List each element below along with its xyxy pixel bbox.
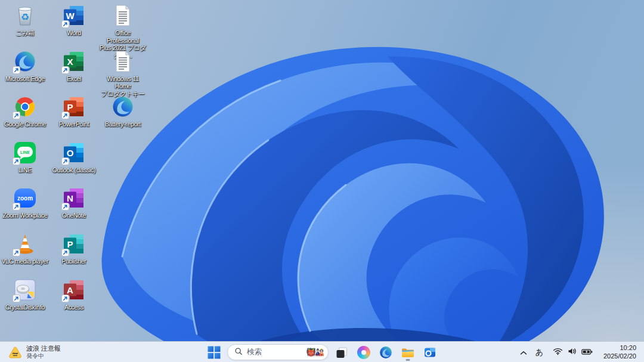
svg-text:P: P bbox=[67, 239, 73, 249]
outlook-icon bbox=[423, 345, 437, 360]
vlc-icon bbox=[13, 232, 37, 256]
clock-time: 10:20 bbox=[620, 344, 636, 352]
shortcut-arrow-icon bbox=[13, 66, 20, 74]
search-highlights-icon[interactable]: 👹🎎 bbox=[306, 348, 323, 356]
desktop-icon-google-chrome[interactable]: Google Chrome bbox=[1, 95, 49, 128]
svg-text:O: O bbox=[67, 147, 74, 157]
desktop-icon-label: Microsoft Edge bbox=[5, 75, 45, 83]
desktop-icon-battery-report[interactable]: Battery-report bbox=[98, 95, 147, 128]
desktop-icon-label: Battery-report bbox=[105, 120, 141, 128]
desktop-icon-label: Excel bbox=[67, 75, 81, 83]
desktop-icon-label: LINE bbox=[18, 166, 32, 174]
desktop-icon-label: OneNote bbox=[62, 212, 86, 219]
desktop-icon-label: PowerPoint bbox=[59, 120, 89, 128]
desktop-icon-zoom-workplace[interactable]: zoomZoom Workplace bbox=[1, 186, 49, 219]
outlook-button[interactable] bbox=[421, 344, 439, 361]
ime-mode-button[interactable]: あ bbox=[532, 344, 546, 361]
shortcut-arrow-icon bbox=[13, 157, 20, 165]
quick-settings-button[interactable] bbox=[549, 344, 597, 361]
desktop-icon-item[interactable]: ♻ごみ箱 bbox=[1, 4, 49, 37]
desktop-icon-line[interactable]: LINELINE bbox=[1, 141, 49, 174]
shortcut-arrow-icon bbox=[13, 203, 20, 211]
desktop-icon-crystaldiskinfo[interactable]: CrystalDiskInfo bbox=[1, 278, 49, 311]
task-view-button[interactable] bbox=[333, 344, 351, 361]
search-placeholder: 検索 bbox=[247, 347, 302, 357]
system-tray: あ 10:20 2025/02/20 bbox=[517, 342, 640, 362]
windows-logo-icon bbox=[207, 345, 221, 360]
taskbar: 波浪 注意報 発令中 検索 👹🎎 bbox=[0, 341, 644, 362]
desktop-icon-excel[interactable]: XExcel bbox=[49, 49, 98, 83]
access-icon: A bbox=[62, 278, 86, 302]
desktop-icon-label: Access bbox=[64, 304, 83, 311]
desktop-icon-outlook-classic[interactable]: OOutlook (classic) bbox=[49, 141, 98, 174]
zoom-icon: zoom bbox=[13, 186, 37, 210]
desktop-icon-word[interactable]: WWord bbox=[49, 4, 98, 37]
shortcut-arrow-icon bbox=[61, 157, 69, 165]
desktop-icon-microsoft-edge[interactable]: Microsoft Edge bbox=[1, 49, 49, 83]
volume-icon bbox=[567, 347, 577, 358]
shortcut-arrow-icon bbox=[13, 295, 20, 302]
desktop-icon-label: Word bbox=[67, 29, 81, 37]
svg-text:LINE: LINE bbox=[20, 150, 30, 154]
widgets-button[interactable]: 波浪 注意報 発令中 bbox=[5, 342, 64, 362]
desktop-icon-access[interactable]: AAccess bbox=[49, 278, 98, 311]
excel-icon: X bbox=[62, 49, 86, 73]
start-button[interactable] bbox=[205, 344, 223, 361]
battery-charging-icon bbox=[581, 347, 593, 358]
desktop-icon-windows-11-home[interactable]: Windows 11 Home プロダクトキー bbox=[98, 49, 147, 98]
wifi-icon bbox=[553, 347, 563, 358]
clock[interactable]: 10:20 2025/02/20 bbox=[599, 344, 640, 361]
svg-text:X: X bbox=[67, 56, 73, 66]
widget-alert-title: 波浪 注意報 bbox=[26, 345, 61, 352]
desktop-icon-label: Windows 11 Home プロダクトキー bbox=[98, 75, 147, 98]
svg-text:A: A bbox=[67, 284, 73, 295]
hidden-icons-button[interactable] bbox=[517, 344, 530, 361]
weather-warning-icon bbox=[8, 346, 22, 358]
doc-icon bbox=[111, 4, 135, 27]
chevron-up-icon bbox=[520, 347, 527, 358]
svg-text:♻: ♻ bbox=[21, 11, 29, 23]
desktop-icon-onenote[interactable]: NOneNote bbox=[49, 186, 98, 219]
doc-icon bbox=[111, 49, 135, 73]
shortcut-arrow-icon bbox=[61, 66, 69, 74]
chrome-icon bbox=[13, 95, 37, 119]
desktop-icon-vlc-media-player[interactable]: VLC media player bbox=[1, 232, 49, 265]
desktop-icon-publisher[interactable]: PPublisher bbox=[49, 232, 98, 265]
widget-alert-status: 発令中 bbox=[26, 352, 61, 360]
edge-icon bbox=[379, 345, 393, 360]
search-icon bbox=[234, 347, 243, 358]
word-icon: W bbox=[62, 4, 86, 27]
desktop-icon-label: Publisher bbox=[61, 258, 86, 265]
recycle-bin-icon: ♻ bbox=[13, 4, 37, 27]
shortcut-arrow-icon bbox=[61, 203, 69, 211]
file-explorer-icon bbox=[401, 345, 415, 360]
copilot-button[interactable] bbox=[355, 344, 373, 361]
svg-text:N: N bbox=[67, 193, 73, 203]
shortcut-arrow-icon bbox=[13, 112, 20, 119]
desktop-icon-label: Zoom Workplace bbox=[3, 212, 48, 219]
onenote-icon: N bbox=[62, 186, 86, 210]
desktop-icon-label: ごみ箱 bbox=[16, 29, 34, 37]
shortcut-arrow-icon bbox=[61, 295, 69, 302]
search-box[interactable]: 検索 👹🎎 bbox=[227, 344, 329, 360]
svg-text:zoom: zoom bbox=[17, 195, 33, 202]
publisher-icon: P bbox=[62, 232, 86, 256]
desktop-icon-area: ♻ごみ箱 Microsoft Edge Google Chrome LINELI… bbox=[0, 0, 644, 341]
desktop-icon-label: Google Chrome bbox=[4, 120, 46, 128]
powerpoint-icon: P bbox=[62, 95, 86, 119]
shortcut-arrow-icon bbox=[61, 249, 69, 256]
svg-text:W: W bbox=[66, 11, 75, 21]
desktop-icon-label: CrystalDiskInfo bbox=[5, 304, 45, 311]
desktop-icon-powerpoint[interactable]: PPowerPoint bbox=[49, 95, 98, 128]
line-icon: LINE bbox=[13, 141, 37, 165]
task-view-icon bbox=[335, 345, 349, 360]
edge-taskbar-button[interactable] bbox=[377, 344, 395, 361]
outlook-classic-icon: O bbox=[62, 141, 86, 165]
file-explorer-button[interactable] bbox=[399, 344, 417, 361]
shortcut-arrow-icon bbox=[13, 249, 20, 256]
copilot-icon bbox=[357, 346, 370, 359]
clock-date: 2025/02/20 bbox=[603, 352, 636, 361]
edge-icon bbox=[13, 49, 37, 73]
shortcut-arrow-icon bbox=[61, 112, 69, 119]
windows-11-desktop: { "wallpaper": { "name": "windows-11-blo… bbox=[0, 0, 644, 362]
